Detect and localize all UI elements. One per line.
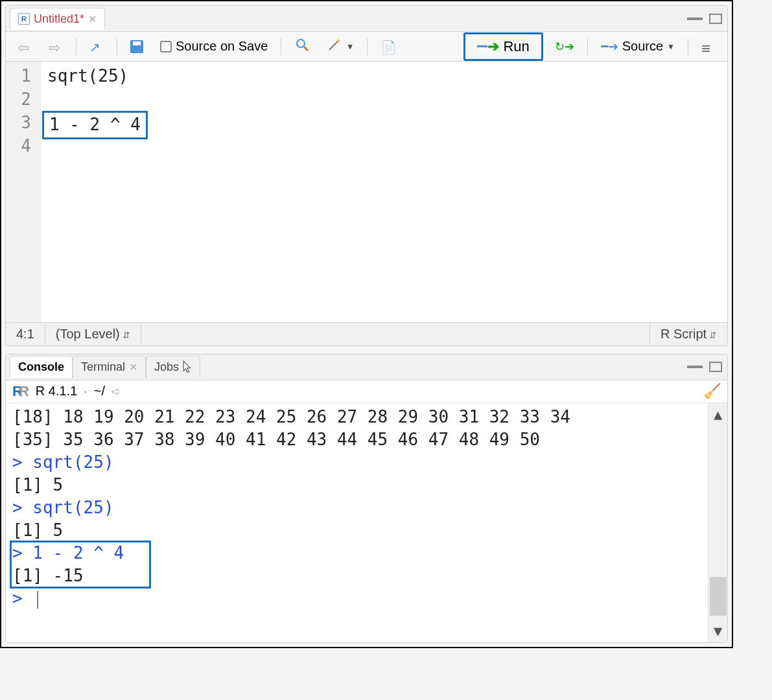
- tab-terminal-label: Terminal: [81, 360, 125, 374]
- save-button[interactable]: [125, 38, 148, 56]
- scroll-up-icon[interactable]: ▲: [714, 403, 722, 426]
- source-arrow-icon: ➔: [601, 40, 618, 54]
- file-type-selector[interactable]: R Script: [649, 324, 727, 344]
- scroll-thumb[interactable]: [710, 577, 727, 616]
- console-pane: Console Terminal ✕ Jobs RR R 4.1.1 · ~/ …: [5, 354, 728, 643]
- outline-icon: [701, 40, 716, 54]
- tab-console-label: Console: [18, 360, 64, 374]
- r-logo-icon: RR: [12, 383, 29, 400]
- close-tab-icon[interactable]: ✕: [129, 361, 137, 373]
- nav-forward-button[interactable]: [43, 37, 68, 56]
- minimize-pane-icon[interactable]: [687, 18, 703, 20]
- file-tab-untitled1[interactable]: R Untitled1* ✕: [10, 8, 105, 30]
- separator: [587, 38, 588, 55]
- source-on-save-checkbox[interactable]: Source on Save: [155, 36, 273, 56]
- file-tab-title: Untitled1*: [34, 12, 84, 26]
- pane-window-controls: [687, 14, 722, 24]
- compile-report-button[interactable]: [375, 37, 400, 56]
- maximize-pane-icon[interactable]: [709, 362, 722, 372]
- notebook-icon: [380, 40, 395, 54]
- magic-wand-icon: [327, 37, 342, 56]
- code-lines[interactable]: sqrt(25) 1 - 2 ^ 4: [41, 62, 727, 322]
- console-output[interactable]: [18] 18 19 20 21 22 23 24 25 26 27 28 29…: [6, 403, 708, 642]
- separator: [688, 38, 688, 55]
- pane-window-controls: [687, 362, 722, 372]
- separator: [117, 38, 117, 55]
- editor-pane: R Untitled1* ✕ Source on Save: [5, 5, 728, 346]
- console-header: RR R 4.1.1 · ~/ ➪ 🧹: [6, 380, 727, 403]
- arrow-left-icon: [18, 40, 32, 54]
- source-on-save-label: Source on Save: [176, 39, 268, 54]
- run-arrow-icon: ➔: [477, 38, 499, 55]
- editor-tab-row: R Untitled1* ✕: [6, 6, 727, 32]
- scroll-down-icon[interactable]: ▼: [714, 620, 722, 642]
- console-tab-row: Console Terminal ✕ Jobs: [6, 355, 727, 380]
- svg-line-2: [329, 41, 338, 50]
- r-version-label: R 4.1.1: [36, 384, 77, 399]
- chevron-down-icon: ▼: [346, 42, 354, 51]
- magnifier-icon: [294, 37, 310, 56]
- document-outline-button[interactable]: [696, 37, 721, 56]
- r-file-icon: R: [18, 13, 30, 25]
- source-button[interactable]: ➔ Source ▼: [596, 36, 680, 56]
- mouse-cursor-icon: [183, 360, 192, 374]
- separator: [367, 38, 368, 55]
- scrollbar[interactable]: ▲ ▼: [708, 403, 727, 642]
- svg-point-0: [297, 40, 305, 47]
- cursor-position: 4:1: [6, 324, 45, 344]
- separator: [281, 38, 281, 55]
- run-button-label: Run: [503, 38, 529, 55]
- separator-dot: ·: [84, 384, 88, 399]
- scope-selector[interactable]: (Top Level): [45, 324, 141, 344]
- checkbox-icon: [160, 41, 172, 52]
- rerun-button[interactable]: ↻➔: [550, 37, 579, 56]
- maximize-pane-icon[interactable]: [709, 14, 722, 24]
- svg-line-1: [304, 47, 308, 51]
- floppy-disk-icon: [130, 40, 143, 53]
- minimize-pane-icon[interactable]: [687, 366, 703, 368]
- code-editor[interactable]: 1234 sqrt(25) 1 - 2 ^ 4: [6, 62, 727, 322]
- line-number-gutter: 1234: [6, 62, 41, 322]
- nav-back-button[interactable]: [12, 37, 37, 56]
- code-tools-button[interactable]: ▼: [322, 34, 359, 58]
- clear-console-icon[interactable]: 🧹: [703, 383, 721, 400]
- working-directory[interactable]: ~/: [94, 384, 105, 399]
- popout-icon: [89, 40, 104, 54]
- goto-directory-icon[interactable]: ➪: [111, 384, 121, 399]
- tab-jobs[interactable]: Jobs: [146, 356, 200, 378]
- close-tab-icon[interactable]: ✕: [88, 13, 97, 25]
- run-button[interactable]: ➔ Run: [463, 32, 543, 61]
- console-body: [18] 18 19 20 21 22 23 24 25 26 27 28 29…: [6, 403, 727, 642]
- arrow-right-icon: [49, 40, 63, 54]
- editor-toolbar: Source on Save ▼ ➔ Run ↻➔ ➔: [6, 32, 727, 62]
- source-button-label: Source: [622, 39, 663, 54]
- tab-terminal[interactable]: Terminal ✕: [73, 356, 146, 378]
- editor-status-bar: 4:1 (Top Level) R Script: [6, 322, 727, 345]
- find-replace-button[interactable]: [289, 34, 315, 58]
- show-in-new-window-button[interactable]: [84, 37, 109, 56]
- separator: [76, 38, 76, 55]
- tab-jobs-label: Jobs: [154, 360, 179, 374]
- tab-console[interactable]: Console: [10, 356, 73, 378]
- console-highlight-box: [10, 541, 151, 589]
- rerun-icon: ↻➔: [555, 40, 574, 54]
- chevron-down-icon: ▼: [667, 42, 675, 51]
